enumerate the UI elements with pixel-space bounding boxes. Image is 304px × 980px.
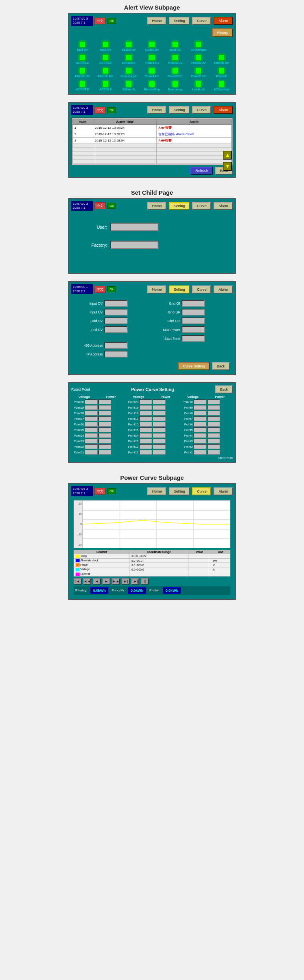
factory-input[interactable]	[110, 241, 158, 249]
pcs-v-input[interactable]	[85, 427, 98, 432]
param-input-field[interactable]	[182, 335, 205, 342]
user-input[interactable]	[110, 223, 158, 231]
pcs-v-input[interactable]	[194, 405, 206, 410]
nav-home[interactable]: Home	[147, 17, 166, 25]
param-input-field[interactable]	[104, 317, 128, 324]
pcs-p-input[interactable]	[153, 433, 166, 438]
pcs-p-input[interactable]	[153, 399, 166, 404]
pcs-v-input[interactable]	[85, 399, 98, 404]
playback-button[interactable]: ◄◄	[83, 578, 91, 585]
nav-curve-2[interactable]: Curve	[192, 106, 211, 114]
nav-setting-4[interactable]: Setting	[169, 285, 190, 293]
param-input-field[interactable]	[104, 326, 128, 333]
pcs-p-input[interactable]	[98, 433, 111, 438]
ok-button-5[interactable]: Ok	[107, 488, 116, 494]
pcs-v-input[interactable]	[139, 444, 152, 449]
pcs-v-input[interactable]	[194, 427, 206, 432]
nav-home-2[interactable]: Home	[147, 106, 166, 114]
pcs-p-input[interactable]	[98, 411, 111, 415]
playback-button[interactable]: ►	[102, 578, 110, 585]
scroll-down-button[interactable]: ▼	[223, 162, 232, 171]
nav-alarm-2[interactable]: Alarm	[214, 106, 233, 114]
pcs-v-input[interactable]	[194, 433, 206, 438]
pcs-back-button[interactable]: Back	[215, 385, 233, 393]
pcs-p-input[interactable]	[98, 399, 111, 404]
nav-curve[interactable]: Curve	[192, 17, 211, 25]
cn-button-3[interactable]: 中文	[94, 202, 106, 209]
pcs-p-input[interactable]	[207, 399, 220, 404]
pcs-v-input[interactable]	[85, 439, 98, 443]
pcs-v-input[interactable]	[85, 405, 98, 410]
pcs-v-input[interactable]	[139, 433, 152, 438]
pcs-v-input[interactable]	[194, 444, 206, 449]
ok-button-3[interactable]: Ok	[107, 203, 116, 209]
pcs-p-input[interactable]	[98, 450, 111, 455]
pcs-p-input[interactable]	[207, 433, 220, 438]
pcs-v-input[interactable]	[85, 450, 98, 455]
pcs-p-input[interactable]	[153, 416, 166, 421]
pcs-v-input[interactable]	[139, 411, 152, 415]
scroll-up-button[interactable]: ▲	[223, 151, 232, 160]
pcs-p-input[interactable]	[153, 439, 166, 443]
pcs-p-input[interactable]	[98, 444, 111, 449]
history-button[interactable]: History	[212, 28, 233, 37]
nav-home-5[interactable]: Home	[147, 487, 166, 495]
nav-setting-3[interactable]: Setting	[169, 202, 190, 210]
curve-setting-button[interactable]: Curve Setting	[178, 362, 210, 370]
pcs-p-input[interactable]	[207, 416, 220, 421]
ok-button-2[interactable]: Ok	[107, 107, 116, 113]
pcs-p-input[interactable]	[153, 444, 166, 449]
nav-setting[interactable]: Setting	[169, 17, 190, 25]
pcs-p-input[interactable]	[98, 422, 111, 427]
pcs-v-input[interactable]	[85, 416, 98, 421]
refresh-button[interactable]: Refresh	[190, 167, 213, 175]
pcs-v-input[interactable]	[139, 450, 152, 455]
pcs-v-input[interactable]	[139, 427, 152, 432]
playback-button[interactable]: ||	[141, 578, 149, 585]
pcs-p-input[interactable]	[98, 439, 111, 443]
pcs-p-input[interactable]	[153, 427, 166, 432]
playback-button[interactable]: |►|	[131, 578, 139, 585]
pcs-v-input[interactable]	[194, 399, 206, 404]
nav-home-4[interactable]: Home	[147, 285, 166, 293]
nav-alarm-4[interactable]: Alarm	[214, 285, 233, 293]
pcs-v-input[interactable]	[139, 399, 152, 404]
pcs-p-input[interactable]	[98, 405, 111, 410]
pcs-p-input[interactable]	[207, 405, 220, 410]
cn-button[interactable]: 中文	[94, 18, 106, 24]
pcs-v-input[interactable]	[139, 405, 152, 410]
playback-button[interactable]: ►►	[112, 578, 120, 585]
pcs-p-input[interactable]	[207, 444, 220, 449]
pcs-v-input[interactable]	[139, 439, 152, 443]
pcs-p-input[interactable]	[153, 405, 166, 410]
pcs-p-input[interactable]	[98, 416, 111, 421]
param-input-field[interactable]	[104, 309, 128, 315]
pcs-v-input[interactable]	[85, 444, 98, 449]
back-button-2[interactable]: Back	[212, 362, 230, 370]
pcs-p-input[interactable]	[98, 427, 111, 432]
nav-alarm-5[interactable]: Alarm	[214, 487, 233, 495]
playback-button[interactable]: ►|	[122, 578, 130, 585]
cn-button-2[interactable]: 中文	[94, 107, 106, 114]
pcs-v-input[interactable]	[194, 416, 206, 421]
pcs-p-input[interactable]	[207, 422, 220, 427]
pcs-v-input[interactable]	[85, 433, 98, 438]
pcs-v-input[interactable]	[194, 411, 206, 415]
param-input-field[interactable]	[182, 300, 205, 307]
pcs-p-input[interactable]	[207, 427, 220, 432]
nav-home-3[interactable]: Home	[147, 202, 166, 210]
nav-curve-5[interactable]: Curve	[192, 487, 211, 495]
nav-setting-5[interactable]: Setting	[169, 487, 190, 495]
ok-button[interactable]: Ok	[107, 18, 116, 24]
ok-button-4[interactable]: Ok	[107, 286, 116, 292]
pcs-v-input[interactable]	[85, 422, 98, 427]
cn-button-4[interactable]: 中文	[94, 286, 106, 293]
playback-button[interactable]: |◄	[74, 578, 82, 585]
nav-alarm-3[interactable]: Alarm	[214, 202, 233, 210]
pcs-v-input[interactable]	[139, 416, 152, 421]
pcs-p-input[interactable]	[153, 450, 166, 455]
nav-setting-2[interactable]: Setting	[169, 106, 190, 114]
param-input-field[interactable]	[104, 342, 128, 349]
playback-button[interactable]: ◄	[93, 578, 101, 585]
pcs-p-input[interactable]	[207, 439, 220, 443]
